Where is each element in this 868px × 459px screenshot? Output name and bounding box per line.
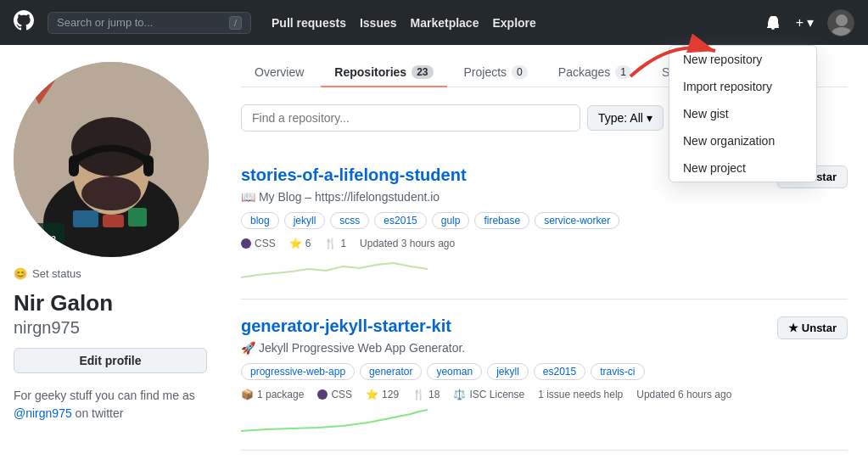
new-repository-item[interactable]: New repository <box>669 46 816 73</box>
issues-link[interactable]: Issues <box>360 16 397 30</box>
packages-count: 1 <box>615 65 631 79</box>
navbar: / Pull requests Issues Marketplace Explo… <box>0 0 868 45</box>
plus-icon: + <box>796 15 804 31</box>
repo-stars: ⭐ 6 <box>289 238 311 249</box>
tag-yeoman[interactable]: yeoman <box>427 363 482 380</box>
tag-travis-ci[interactable]: travis-ci <box>591 363 644 380</box>
repo-item-header: generator-jekyll-starter-kit 🚀 Jekyll Pr… <box>241 316 848 400</box>
repo-forks: 🍴 18 <box>412 389 440 400</box>
tag-service-worker[interactable]: service-worker <box>535 212 619 229</box>
import-repository-item[interactable]: Import repository <box>669 73 816 100</box>
tag-jekyll[interactable]: jekyll <box>487 363 529 380</box>
repo-license: ⚖️ ISC License <box>453 389 524 400</box>
repo-tags: blog jekyll scss es2015 gulp firebase se… <box>241 212 619 229</box>
repo-meta: CSS ⭐ 6 🍴 1 Updated 3 hours ago <box>241 238 619 249</box>
user-full-name: Nir Galon <box>14 290 207 316</box>
tab-packages[interactable]: Packages 1 <box>545 59 645 87</box>
repo-package: 📦 1 package <box>241 389 304 400</box>
user-avatar-button[interactable] <box>827 9 854 36</box>
sparkline-chart-2 <box>241 407 848 433</box>
tab-overview[interactable]: Overview <box>241 59 317 87</box>
tag-gulp[interactable]: gulp <box>432 212 470 229</box>
user-avatar-large: django <box>14 62 209 257</box>
type-label: Type: All <box>598 111 643 125</box>
unstar-button[interactable]: ★ Unstar <box>777 316 848 339</box>
set-status-label: Set status <box>32 267 81 280</box>
svg-point-8 <box>81 176 141 210</box>
repo-name-link[interactable]: stories-of-a-lifelong-student <box>241 165 467 184</box>
bio-handle: @nirgn975 <box>14 406 72 420</box>
repo-description: 🚀 Jekyll Progressive Web App Generator. <box>241 341 731 355</box>
marketplace-link[interactable]: Marketplace <box>411 16 479 30</box>
explore-link[interactable]: Explore <box>492 16 535 30</box>
tag-firebase[interactable]: firebase <box>474 212 529 229</box>
sparkline-chart <box>241 256 848 282</box>
slash-badge: / <box>229 16 242 30</box>
edit-profile-button[interactable]: Edit profile <box>14 348 207 373</box>
new-project-item[interactable]: New project <box>669 154 816 182</box>
tag-pwa[interactable]: progressive-web-app <box>241 363 355 380</box>
svg-point-1 <box>836 14 848 26</box>
repo-updated: Updated 3 hours ago <box>360 238 455 249</box>
navbar-links: Pull requests Issues Marketplace Explore <box>272 16 536 30</box>
chevron-down-icon: ▾ <box>807 14 814 31</box>
tab-projects[interactable]: Projects 0 <box>451 59 541 87</box>
user-handle: nirgn975 <box>14 318 207 338</box>
svg-rect-14 <box>103 215 124 227</box>
bio-text: For geeky stuff you can find me as @nirg… <box>14 387 207 423</box>
tag-jekyll[interactable]: jekyll <box>284 212 326 229</box>
repo-search-input[interactable] <box>241 104 580 132</box>
repo-tags: progressive-web-app generator yeoman jek… <box>241 363 731 380</box>
lang-dot <box>317 389 328 400</box>
create-dropdown: New repository Import repository New gis… <box>669 45 817 182</box>
svg-text:django: django <box>31 233 56 242</box>
new-organization-item[interactable]: New organization <box>669 127 816 154</box>
pullrequests-link[interactable]: Pull requests <box>272 16 346 30</box>
svg-rect-13 <box>73 210 98 227</box>
repo-description: 📖 My Blog – https://lifelongstudent.io <box>241 190 619 204</box>
svg-rect-15 <box>128 208 147 227</box>
tag-generator[interactable]: generator <box>360 363 422 380</box>
tag-es2015[interactable]: es2015 <box>534 363 585 380</box>
lang-dot <box>241 238 251 249</box>
notifications-button[interactable] <box>764 13 782 33</box>
sidebar: django 😊 Set status Nir Galon nirgn975 E… <box>0 45 221 459</box>
search-box[interactable]: / <box>48 12 251 34</box>
repo-forks: 🍴 1 <box>324 238 346 249</box>
repo-stars: ⭐ 129 <box>366 389 399 400</box>
repo-lang: CSS <box>317 389 352 400</box>
smiley-icon: 😊 <box>14 267 27 280</box>
repo-name-link[interactable]: generator-jekyll-starter-kit <box>241 316 451 335</box>
repo-updated: Updated 6 hours ago <box>636 389 731 400</box>
repo-item: generator-jekyll-starter-kit 🚀 Jekyll Pr… <box>241 299 848 451</box>
create-menu-button[interactable]: + ▾ <box>792 11 817 34</box>
navbar-right: + ▾ <box>764 9 854 36</box>
search-input[interactable] <box>57 16 222 29</box>
star-icon: ★ <box>788 322 798 334</box>
type-filter-button[interactable]: Type: All ▾ <box>587 105 664 131</box>
repo-meta: 📦 1 package CSS ⭐ 129 🍴 18 <box>241 389 731 400</box>
tag-es2015[interactable]: es2015 <box>374 212 426 229</box>
chevron-icon: ▾ <box>647 111 652 125</box>
repo-issue-help: 1 issue needs help <box>538 389 623 400</box>
repositories-count: 23 <box>412 65 433 79</box>
github-logo[interactable] <box>14 10 34 35</box>
tab-repositories[interactable]: Repositories 23 <box>321 59 446 87</box>
projects-count: 0 <box>512 65 528 79</box>
new-gist-item[interactable]: New gist <box>669 100 816 127</box>
set-status-button[interactable]: 😊 Set status <box>14 267 207 280</box>
tag-blog[interactable]: blog <box>241 212 279 229</box>
repo-lang: CSS <box>241 238 276 249</box>
tag-scss[interactable]: scss <box>330 212 369 229</box>
